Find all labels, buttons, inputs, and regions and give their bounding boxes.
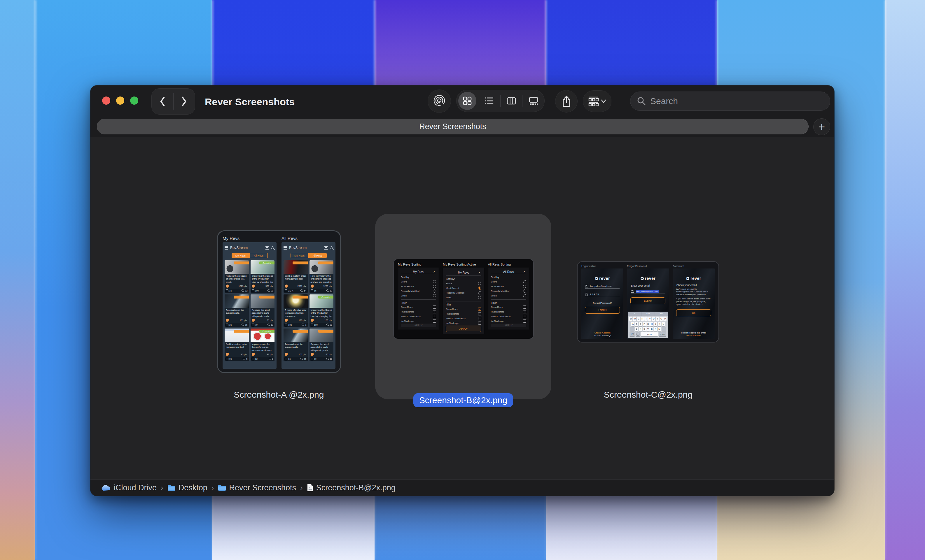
- sort-option: Recently Modified: [491, 288, 526, 293]
- path-segment-icloud-drive[interactable]: iCloud Drive: [101, 483, 157, 492]
- list-view-icon: [484, 96, 494, 106]
- card-grid: Build a custom order management tool 230…: [283, 260, 333, 367]
- card-caption: How to improve the onboarding process an…: [309, 274, 334, 284]
- file-name-label-selected[interactable]: Screenshot-B@2x.png: [413, 393, 513, 407]
- envelope-icon: [585, 285, 588, 287]
- modal-header: My Revs ×: [401, 270, 436, 274]
- thumbs-up-icon: [226, 324, 228, 326]
- comment-icon: [301, 324, 304, 326]
- path-separator: ›: [160, 483, 164, 492]
- radio-icon: [433, 280, 436, 283]
- rev-card: A more effective way to manage human res…: [283, 294, 308, 327]
- checkbox-icon: ✓: [433, 310, 436, 313]
- forgot-password-link: Forgot Password?: [593, 302, 612, 304]
- rever-logo-icon: [640, 277, 644, 280]
- letter-key: R: [640, 317, 644, 321]
- avatar: [252, 318, 255, 322]
- card-like-count: 95: [229, 358, 232, 360]
- group-by-button[interactable]: [583, 90, 612, 112]
- letter-key: K: [658, 322, 661, 326]
- thumbs-up-icon: [285, 358, 287, 360]
- radio-icon: [433, 290, 436, 293]
- comment-icon: [327, 324, 329, 326]
- zoom-window-button[interactable]: [130, 96, 138, 105]
- card-like-count: 36: [288, 358, 291, 360]
- card-meta: 85 pts.: [309, 353, 334, 357]
- title-bar[interactable]: Rever Screenshots: [90, 86, 834, 118]
- keyboard-row: ZXCVBNM: [628, 327, 668, 331]
- login-button: LOGIN: [585, 307, 620, 314]
- card-points: 520 pts.: [265, 285, 273, 287]
- rev-card: Replace the steel assembling parts with …: [250, 294, 275, 327]
- sorting-panel: All Revs Sorting All Revs × Sort by: Sco…: [488, 263, 529, 335]
- chevron-right-icon: [180, 96, 188, 107]
- tab-rever-screenshots[interactable]: Rever Screenshots: [97, 119, 809, 134]
- view-as-list-button[interactable]: [478, 90, 500, 112]
- thumbs-up-icon: [285, 290, 287, 292]
- card-like-count: 36: [229, 324, 232, 326]
- path-bar: iCloud Drive › Desktop › Rever Screensho…: [90, 479, 834, 496]
- file-name-label[interactable]: Screenshot-C@2x.png: [604, 390, 693, 400]
- rev-card: How to improve the onboarding process an…: [309, 260, 334, 293]
- thumbs-up-icon: [226, 290, 228, 292]
- file-browser-content[interactable]: My Revs RevStream My Revs All Revs Reduc…: [90, 137, 834, 479]
- forward-button[interactable]: [173, 89, 195, 114]
- modal-title: My Revs: [404, 270, 433, 273]
- card-caption: Replace the steel assembling parts with …: [250, 308, 275, 318]
- revstream-phone: RevStream My Revs All Revs Build a custo…: [282, 242, 336, 369]
- letter-key: D: [639, 322, 642, 326]
- card-comment-count: 20: [330, 324, 332, 326]
- new-tab-button[interactable]: +: [813, 119, 830, 135]
- segment-button: My Revs: [291, 253, 309, 258]
- card-footer: 105 1: [283, 323, 308, 327]
- close-window-button[interactable]: [102, 96, 110, 105]
- path-segment-rever-screenshots[interactable]: Rever Screenshots: [218, 483, 296, 492]
- back-button[interactable]: [152, 89, 173, 114]
- comment-icon: [268, 324, 270, 326]
- airdrop-button[interactable]: [428, 90, 451, 113]
- filter-option: Open Revs✓: [401, 305, 436, 309]
- share-button[interactable]: [555, 90, 578, 113]
- card-comment-count: 15: [245, 324, 247, 326]
- letter-key: L: [661, 322, 665, 326]
- file-thumbnail-screenshot-a[interactable]: My Revs RevStream My Revs All Revs Reduc…: [217, 230, 341, 373]
- file-name-label[interactable]: Screenshot-A @2x.png: [234, 390, 324, 400]
- card-badge: Complete: [318, 296, 333, 299]
- revstream-appbar: RevStream: [224, 244, 274, 251]
- filter-icon: [324, 246, 328, 249]
- apply-button: APPLY: [446, 326, 481, 332]
- sort-options: ScoreMost RecentRecently ModifiedVotes: [491, 279, 526, 298]
- view-as-icons-button[interactable]: [456, 90, 478, 112]
- sorting-modal: My Revs × Sort by: ScoreMost RecentRecen…: [443, 267, 484, 334]
- card-grid: Reduce the process of onboarding to 1 we…: [224, 260, 274, 367]
- card-caption: Automation of the support calls.: [283, 342, 308, 353]
- card-like-count: 12: [255, 358, 258, 360]
- columns-view-icon: [506, 96, 517, 106]
- card-comment-count: 12: [330, 290, 332, 292]
- filter-option: I Collaborate✓: [491, 309, 526, 314]
- search-field[interactable]: Search: [630, 92, 830, 111]
- letter-key: E: [637, 317, 640, 321]
- apply-button: APPLY: [401, 324, 436, 327]
- file-thumbnail-screenshot-c[interactable]: Login visible rever barryallen@intel.com: [577, 261, 719, 342]
- screen-label: Forgot Password: [627, 265, 669, 269]
- view-as-gallery-button[interactable]: [523, 90, 544, 112]
- minimize-window-button[interactable]: [116, 96, 124, 105]
- card-badge: [234, 261, 249, 264]
- panel-label: My Revs Sorting: [398, 263, 439, 267]
- path-segment-desktop[interactable]: Desktop: [167, 483, 207, 492]
- rever-logo: rever: [640, 276, 656, 281]
- thumbs-up-icon: [311, 290, 313, 292]
- card-meta: 1223 pts.: [224, 284, 249, 288]
- card-points: 101 pts.: [299, 353, 307, 356]
- card-footer: 16 12: [224, 288, 249, 293]
- comment-icon: [327, 358, 329, 360]
- card-like-count: 2.3 K: [288, 290, 294, 292]
- file-thumbnail-screenshot-b[interactable]: My Revs Sorting My Revs × Sort by: Score…: [393, 258, 534, 339]
- hamburger-icon: [283, 246, 287, 249]
- revstream-phone: RevStream My Revs All Revs Reduce the pr…: [223, 242, 277, 369]
- path-segment-file[interactable]: Screenshot-B@2x.png: [307, 483, 396, 492]
- view-as-columns-button[interactable]: [500, 90, 523, 112]
- sort-option: Recently Modified: [446, 290, 481, 295]
- card-comment-count: 12: [271, 324, 273, 326]
